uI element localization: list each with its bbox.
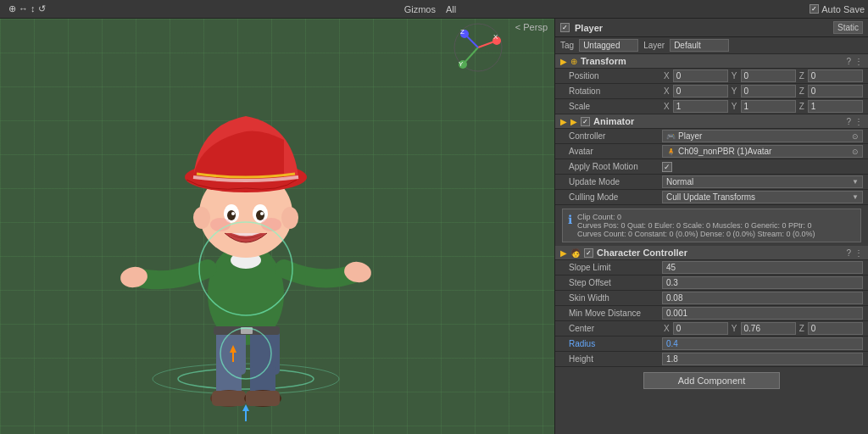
all-button[interactable]: All: [441, 4, 461, 14]
svg-text:X: X: [493, 33, 498, 41]
tag-dropdown[interactable]: Untagged: [579, 39, 638, 52]
slope-limit-label: Slope Limit: [569, 263, 662, 272]
animator-menu-icon[interactable]: ⋮: [854, 117, 863, 126]
slope-limit-row: Slope Limit 45: [555, 260, 868, 275]
transform-menu-icon[interactable]: ⋮: [854, 57, 863, 66]
animator-section-header[interactable]: ▶ ▶ Animator ? ⋮: [555, 114, 868, 129]
step-offset-row: Step Offset 0.3: [555, 275, 868, 291]
main-layout: < Persp X Y Z Player Static: [0, 19, 868, 434]
svg-rect-15: [246, 391, 280, 406]
scale-label: Scale: [569, 102, 662, 111]
char-controller-section-header[interactable]: ▶ 🧑 Character Controller ? ⋮: [555, 246, 868, 260]
char-controller-icon: 🧑: [570, 248, 581, 258]
pos-y-val[interactable]: 0: [741, 70, 796, 82]
controller-select-icon[interactable]: ⊙: [852, 132, 859, 141]
animator-title: Animator: [593, 116, 843, 126]
scale-z-val[interactable]: 1: [808, 100, 863, 113]
controller-text: Player: [678, 131, 702, 141]
animator-enabled-checkbox[interactable]: [581, 117, 590, 126]
pos-z-label: Z: [798, 71, 806, 81]
gizmos-button[interactable]: Gizmos: [399, 4, 441, 14]
svg-point-23: [227, 210, 236, 220]
auto-save-area: Auto Save: [810, 4, 865, 14]
height-row: Height 1.8: [555, 352, 868, 367]
clip-count-text: Clip Count: 0: [577, 213, 815, 221]
svg-text:Z: Z: [460, 28, 465, 36]
min-move-distance-label: Min Move Distance: [569, 309, 662, 318]
transform-icon: ⊕: [570, 57, 577, 66]
player-active-checkbox[interactable]: [560, 23, 570, 32]
layer-dropdown[interactable]: Default: [670, 39, 729, 52]
rot-y-val[interactable]: 0: [741, 85, 796, 97]
viewport-gizmo[interactable]: X Y Z: [453, 22, 504, 73]
culling-mode-dropdown[interactable]: Cull Update Transforms ▼: [662, 191, 863, 203]
pos-x-label: X: [662, 71, 671, 81]
controller-value[interactable]: 🎮 Player ⊙: [662, 130, 863, 142]
step-offset-value[interactable]: 0.3: [662, 276, 863, 289]
auto-save-checkbox[interactable]: [810, 4, 819, 14]
center-x-label: X: [662, 324, 671, 333]
apply-root-motion-checkbox[interactable]: ✓: [662, 162, 672, 172]
scale-x-val[interactable]: 1: [673, 100, 728, 113]
animator-icon: ▶: [570, 117, 577, 126]
svg-point-19: [281, 207, 298, 229]
culling-mode-row: Culling Mode Cull Update Transforms ▼: [555, 190, 868, 205]
transform-arrow-icon: ▶: [560, 57, 567, 66]
scale-y-label: Y: [730, 102, 739, 111]
center-y-val[interactable]: 0.76: [741, 322, 796, 335]
animator-info-icon[interactable]: ?: [846, 117, 851, 126]
transform-section-header[interactable]: ▶ ⊕ Transform ? ⋮: [555, 54, 868, 69]
update-mode-value: Normal: [666, 177, 693, 186]
static-badge[interactable]: Static: [833, 21, 863, 34]
pos-x-val[interactable]: 0: [673, 70, 728, 82]
layer-label: Layer: [643, 41, 665, 50]
char-controller-title: Character Controller: [597, 248, 843, 258]
add-component-button[interactable]: Add Component: [643, 372, 781, 389]
viewport[interactable]: < Persp X Y Z: [0, 19, 554, 434]
transform-info-icon[interactable]: ?: [846, 57, 851, 66]
culling-mode-arrow: ▼: [852, 193, 859, 201]
animator-info-box: ℹ Clip Count: 0 Curves Pos: 0 Quat: 0 Eu…: [562, 209, 861, 242]
scale-y-val[interactable]: 1: [741, 100, 796, 113]
culling-mode-value: Cull Update Transforms: [666, 192, 755, 202]
skin-width-value[interactable]: 0.08: [662, 292, 863, 304]
height-label: Height: [569, 354, 662, 364]
toolbar-transform[interactable]: ⊕ ↔ ↕ ↺: [3, 3, 51, 14]
position-row: Position X 0 Y 0 Z 0: [555, 69, 868, 84]
controller-label: Controller: [569, 131, 662, 141]
curves-pos-text: Curves Pos: 0 Quat: 0 Euler: 0 Scale: 0 …: [577, 221, 815, 230]
inspector-panel: Player Static Tag Untagged Layer Default…: [554, 19, 868, 434]
rot-z-val[interactable]: 0: [808, 85, 863, 97]
tag-label: Tag: [560, 41, 574, 50]
avatar-select-icon[interactable]: ⊙: [852, 147, 859, 156]
center-label: Center: [569, 324, 662, 333]
svg-point-18: [193, 207, 210, 229]
slope-limit-value[interactable]: 45: [662, 261, 863, 274]
radius-value[interactable]: 0.4: [662, 337, 863, 350]
update-mode-row: Update Mode Normal ▼: [555, 175, 868, 190]
radius-label: Radius: [569, 339, 662, 348]
avatar-value[interactable]: 🧍 Ch09_nonPBR (1)Avatar ⊙: [662, 145, 863, 158]
character-area: [34, 36, 458, 417]
avatar-label: Avatar: [569, 147, 662, 156]
height-value[interactable]: 1.8: [662, 353, 863, 365]
skin-width-row: Skin Width 0.08: [555, 291, 868, 306]
min-move-distance-value[interactable]: 0.001: [662, 307, 863, 320]
svg-point-24: [256, 210, 264, 220]
center-row: Center X 0 Y 0.76 Z 0: [555, 321, 868, 337]
char-controller-menu-icon[interactable]: ⋮: [854, 248, 863, 258]
avatar-icon: 🧍: [666, 147, 676, 156]
center-z-val[interactable]: 0: [808, 322, 863, 335]
pos-z-val[interactable]: 0: [808, 70, 863, 82]
update-mode-label: Update Mode: [569, 177, 662, 186]
center-x-val[interactable]: 0: [673, 322, 728, 335]
update-mode-dropdown[interactable]: Normal ▼: [662, 175, 863, 188]
char-controller-info-icon[interactable]: ?: [846, 248, 851, 258]
culling-mode-label: Culling Mode: [569, 192, 662, 202]
scale-row: Scale X 1 Y 1 Z 1: [555, 99, 868, 114]
scale-xyz: X 1 Y 1 Z 1: [662, 100, 863, 113]
svg-point-25: [231, 212, 235, 215]
radius-row: Radius 0.4: [555, 337, 868, 352]
rot-x-val[interactable]: 0: [673, 85, 728, 97]
char-controller-enabled-checkbox[interactable]: [584, 248, 593, 258]
